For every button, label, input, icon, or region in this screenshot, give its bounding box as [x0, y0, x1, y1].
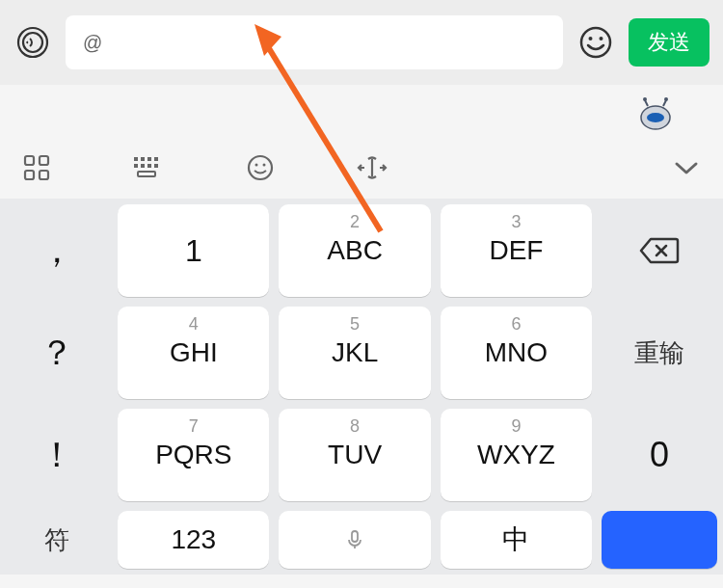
key-2-abc[interactable]: 2 ABC [279, 204, 430, 297]
svg-point-24 [249, 156, 272, 179]
key-1[interactable]: 1 [118, 204, 269, 297]
key-number: 5 [350, 314, 360, 334]
message-input[interactable]: @ [66, 15, 563, 69]
key-label: TUV [328, 440, 382, 470]
key-label: ！ [40, 432, 74, 479]
svg-point-2 [581, 28, 610, 57]
keyboard-toolbar [0, 133, 723, 199]
symbols-key[interactable]: 符 [6, 511, 108, 569]
svg-rect-17 [147, 157, 151, 161]
key-label: 1 [185, 233, 202, 269]
key-8-tuv[interactable]: 8 TUV [279, 409, 430, 501]
backspace-key[interactable] [602, 204, 717, 297]
grid-icon [22, 153, 51, 182]
svg-rect-12 [40, 156, 48, 165]
chevron-down-icon [673, 158, 700, 177]
svg-rect-18 [154, 157, 158, 161]
key-4-ghi[interactable]: 4 GHI [118, 307, 269, 399]
voice-input-button[interactable] [13, 23, 52, 62]
svg-point-10 [664, 97, 668, 101]
smile-icon [578, 25, 613, 60]
sound-wave-icon [15, 25, 50, 60]
message-input-text: @ [83, 32, 102, 54]
key-label: ABC [327, 235, 383, 266]
text-cursor-icon [356, 153, 388, 182]
smile-outline-icon [246, 153, 275, 182]
key-label: 中 [502, 521, 529, 558]
keyboard-layout-button[interactable] [131, 150, 166, 185]
svg-rect-20 [141, 164, 145, 168]
mic-icon [343, 528, 366, 551]
robot-icon [636, 94, 675, 133]
svg-rect-11 [25, 156, 34, 165]
key-label: PQRS [155, 440, 231, 470]
key-7-pqrs[interactable]: 7 PQRS [118, 409, 269, 501]
assistant-row [0, 85, 723, 133]
svg-rect-22 [154, 164, 158, 168]
assistant-button[interactable] [636, 94, 675, 133]
exclaim-key[interactable]: ！ [6, 409, 108, 501]
apps-button[interactable] [19, 150, 54, 185]
key-number: 2 [350, 212, 360, 232]
chat-input-bar: @ 发送 [0, 0, 723, 85]
keyboard-icon [132, 154, 165, 181]
key-number: 3 [511, 212, 521, 232]
t9-keyboard: ， 1 2 ABC 3 DEF ？ 4 GHI 5 [0, 199, 723, 575]
keyboard-row-1: ， 1 2 ABC 3 DEF [6, 204, 717, 297]
send-button[interactable]: 发送 [629, 18, 710, 67]
keyboard-row-4: 符 123 中 [6, 511, 717, 569]
svg-point-25 [255, 164, 258, 167]
key-label: ？ [40, 330, 74, 377]
key-0[interactable]: 0 [602, 409, 717, 501]
key-label: WXYZ [477, 440, 555, 470]
key-label: 0 [650, 435, 669, 475]
backspace-icon [639, 235, 680, 266]
key-number: 4 [189, 314, 199, 334]
svg-point-6 [647, 113, 664, 122]
svg-rect-30 [352, 531, 358, 542]
retype-key[interactable]: 重输 [602, 307, 717, 399]
key-9-wxyz[interactable]: 9 WXYZ [441, 409, 592, 501]
key-5-jkl[interactable]: 5 JKL [279, 307, 430, 399]
svg-rect-21 [147, 164, 151, 168]
key-label: MNO [485, 337, 548, 368]
key-number: 7 [189, 416, 199, 437]
svg-point-9 [643, 97, 647, 101]
comma-key[interactable]: ， [6, 204, 108, 297]
svg-rect-16 [141, 157, 145, 161]
space-key[interactable] [279, 511, 430, 569]
key-123[interactable]: 123 [118, 511, 269, 569]
key-label: GHI [170, 337, 218, 368]
key-number: 9 [511, 416, 521, 437]
keyboard-send-key[interactable] [602, 511, 717, 569]
svg-rect-19 [134, 164, 138, 168]
key-label: DEF [489, 235, 543, 266]
svg-point-4 [600, 37, 603, 40]
key-label: JKL [332, 337, 378, 368]
keyboard-row-3: ！ 7 PQRS 8 TUV 9 WXYZ 0 [6, 409, 717, 501]
collapse-keyboard-button[interactable] [669, 150, 704, 185]
question-key[interactable]: ？ [6, 307, 108, 399]
cursor-move-button[interactable] [355, 150, 389, 185]
svg-rect-23 [138, 172, 155, 176]
svg-point-26 [263, 164, 266, 167]
emoji-button[interactable] [576, 23, 615, 62]
keyboard-row-2: ？ 4 GHI 5 JKL 6 MNO 重输 [6, 307, 717, 399]
svg-rect-15 [134, 157, 138, 161]
key-label: 重输 [634, 336, 684, 370]
key-label: 符 [44, 523, 69, 557]
key-label: 123 [171, 524, 216, 555]
svg-rect-13 [25, 171, 34, 179]
key-3-def[interactable]: 3 DEF [441, 204, 592, 297]
send-button-label: 发送 [648, 30, 690, 54]
language-key[interactable]: 中 [441, 511, 592, 569]
emoji-toolbar-button[interactable] [243, 150, 278, 185]
key-number: 8 [350, 416, 360, 437]
key-number: 6 [511, 314, 521, 334]
svg-rect-14 [40, 171, 48, 179]
svg-point-3 [589, 37, 593, 40]
key-6-mno[interactable]: 6 MNO [441, 307, 592, 399]
key-label: ， [40, 227, 74, 275]
